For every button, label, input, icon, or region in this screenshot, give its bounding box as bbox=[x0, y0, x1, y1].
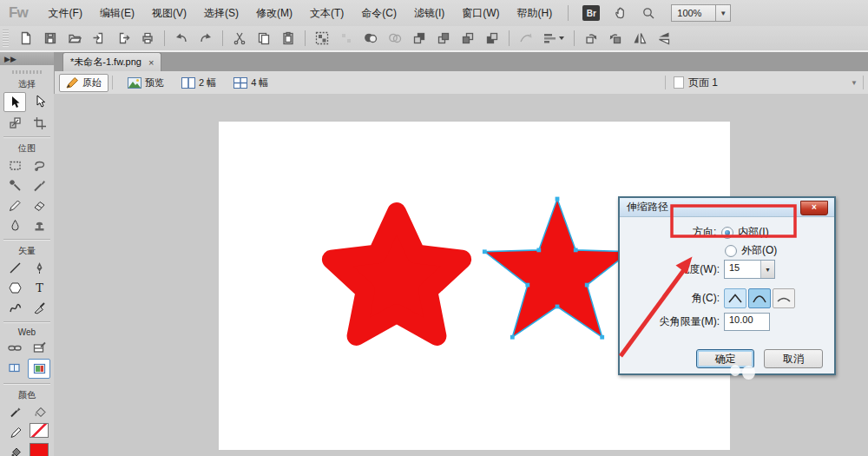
send-to-back-button[interactable] bbox=[482, 29, 503, 48]
cancel-button[interactable]: 取消 bbox=[764, 349, 823, 368]
combine-paths-button[interactable] bbox=[360, 29, 381, 48]
menu-commands[interactable]: 命令(C) bbox=[352, 0, 405, 26]
dialog-close-button[interactable]: × bbox=[800, 201, 828, 215]
corner-round-button[interactable] bbox=[748, 288, 771, 308]
pointer-tool[interactable] bbox=[3, 92, 26, 112]
selected-star-shape[interactable] bbox=[483, 197, 632, 340]
freeform-tool[interactable] bbox=[4, 299, 25, 317]
chevron-down-icon[interactable]: ▼ bbox=[760, 261, 774, 278]
print-button[interactable] bbox=[137, 29, 158, 48]
eraser-tool[interactable] bbox=[29, 196, 49, 215]
radio-outer-label[interactable]: 外部(O) bbox=[741, 243, 777, 258]
paint-bucket-tool[interactable] bbox=[29, 403, 49, 421]
slice-tool[interactable] bbox=[29, 339, 49, 357]
magic-wand-tool[interactable] bbox=[4, 176, 25, 195]
blur-tool[interactable] bbox=[4, 216, 25, 235]
divider bbox=[3, 239, 50, 241]
rotate-90-button[interactable] bbox=[605, 29, 626, 48]
send-backward-button[interactable] bbox=[457, 29, 478, 48]
radio-outer[interactable] bbox=[725, 245, 737, 257]
show-slices-button[interactable] bbox=[28, 359, 50, 379]
width-value[interactable]: 15 bbox=[725, 261, 760, 278]
menu-window[interactable]: 窗口(W) bbox=[453, 0, 508, 26]
view-mode-label: 预览 bbox=[145, 76, 164, 89]
view-mode-preview[interactable]: 预览 bbox=[122, 75, 170, 91]
zoom-tool-icon[interactable] bbox=[638, 3, 659, 23]
document-tab[interactable]: *未命名-1.fw.png × bbox=[62, 52, 161, 71]
page-label: 页面 1 bbox=[688, 76, 718, 90]
divider bbox=[3, 383, 50, 385]
copy-button[interactable] bbox=[253, 29, 274, 48]
corner-miter-button[interactable] bbox=[724, 288, 746, 308]
marquee-tool[interactable] bbox=[4, 156, 25, 175]
chevron-down-icon[interactable]: ▼ bbox=[851, 79, 858, 87]
brush-tool[interactable] bbox=[29, 176, 49, 195]
line-tool[interactable] bbox=[4, 259, 25, 277]
group-button[interactable] bbox=[312, 29, 332, 48]
fill-color-tool[interactable] bbox=[5, 443, 26, 456]
flip-horizontal-button[interactable] bbox=[629, 29, 650, 48]
stroke-color-swatch[interactable] bbox=[30, 423, 49, 438]
export-button[interactable] bbox=[113, 29, 134, 48]
flip-vertical-button[interactable] bbox=[654, 29, 674, 48]
scale-tool[interactable] bbox=[4, 114, 25, 132]
cut-button[interactable] bbox=[229, 29, 250, 48]
free-rotate-button[interactable] bbox=[581, 29, 602, 48]
menu-text[interactable]: 文本(T) bbox=[301, 0, 352, 26]
rounded-star-shape[interactable] bbox=[332, 212, 462, 336]
fill-color-swatch[interactable] bbox=[30, 443, 49, 456]
watermark bbox=[742, 366, 755, 380]
menu-help[interactable]: 帮助(H) bbox=[509, 0, 562, 26]
corner-bevel-button[interactable] bbox=[773, 288, 795, 308]
menu-view[interactable]: 视图(V) bbox=[143, 0, 195, 26]
lasso-tool[interactable] bbox=[29, 156, 49, 175]
view-mode-2up[interactable]: 2 幅 bbox=[175, 75, 222, 91]
direction-row: 方向: 内部(I) bbox=[693, 225, 769, 240]
pen-tool[interactable] bbox=[29, 259, 49, 277]
radio-inner-label[interactable]: 内部(I) bbox=[738, 225, 768, 240]
subselection-tool[interactable] bbox=[30, 92, 50, 110]
import-button[interactable] bbox=[89, 29, 109, 48]
pencil-tool[interactable] bbox=[4, 196, 25, 215]
rubber-stamp-tool[interactable] bbox=[29, 216, 49, 235]
hand-tool-icon[interactable] bbox=[610, 3, 631, 23]
chevron-down-icon[interactable]: ▼ bbox=[715, 5, 730, 21]
menu-modify[interactable]: 修改(M) bbox=[247, 0, 301, 26]
ungroup-button bbox=[336, 29, 357, 48]
knife-tool[interactable] bbox=[29, 299, 49, 317]
radio-inner[interactable] bbox=[721, 227, 733, 239]
menu-edit[interactable]: 编辑(E) bbox=[91, 0, 143, 26]
text-tool[interactable]: T bbox=[29, 279, 49, 297]
menu-file[interactable]: 文件(F) bbox=[40, 0, 91, 26]
panel-grip[interactable] bbox=[12, 70, 42, 74]
shape-tool[interactable] bbox=[4, 279, 25, 297]
menu-filters[interactable]: 滤镜(I) bbox=[405, 0, 453, 26]
page-indicator[interactable]: 页面 1 bbox=[661, 76, 718, 90]
divider bbox=[568, 5, 569, 21]
toolbar-grip[interactable] bbox=[3, 30, 9, 47]
open-button[interactable] bbox=[64, 29, 85, 48]
menu-select[interactable]: 选择(S) bbox=[195, 0, 247, 26]
align-button[interactable] bbox=[540, 29, 568, 48]
stroke-color-tool[interactable] bbox=[5, 423, 26, 441]
new-document-button[interactable] bbox=[16, 29, 36, 48]
bring-to-front-button[interactable] bbox=[409, 29, 430, 48]
view-mode-original[interactable]: 原始 bbox=[59, 74, 108, 92]
miter-input[interactable]: 10.00 bbox=[724, 313, 770, 331]
pointer-icon bbox=[9, 96, 22, 109]
undo-button[interactable] bbox=[171, 29, 192, 48]
view-mode-4up[interactable]: 4 幅 bbox=[227, 75, 274, 91]
crop-tool[interactable] bbox=[29, 114, 49, 132]
bring-forward-button[interactable] bbox=[433, 29, 454, 48]
hide-slices-button[interactable] bbox=[3, 359, 24, 377]
eyedropper-tool[interactable] bbox=[4, 403, 25, 421]
tools-panel-collapse-button[interactable]: ▶▶ bbox=[0, 52, 59, 65]
save-button[interactable] bbox=[40, 29, 61, 48]
hotspot-tool[interactable] bbox=[4, 339, 25, 357]
redo-button[interactable] bbox=[195, 29, 216, 48]
paste-button[interactable] bbox=[278, 29, 299, 48]
width-combobox[interactable]: 15 ▼ bbox=[724, 260, 775, 279]
zoom-level-select[interactable]: 100% ▼ bbox=[671, 4, 731, 22]
close-icon[interactable]: × bbox=[148, 57, 154, 68]
bridge-icon[interactable]: Br bbox=[582, 5, 600, 21]
